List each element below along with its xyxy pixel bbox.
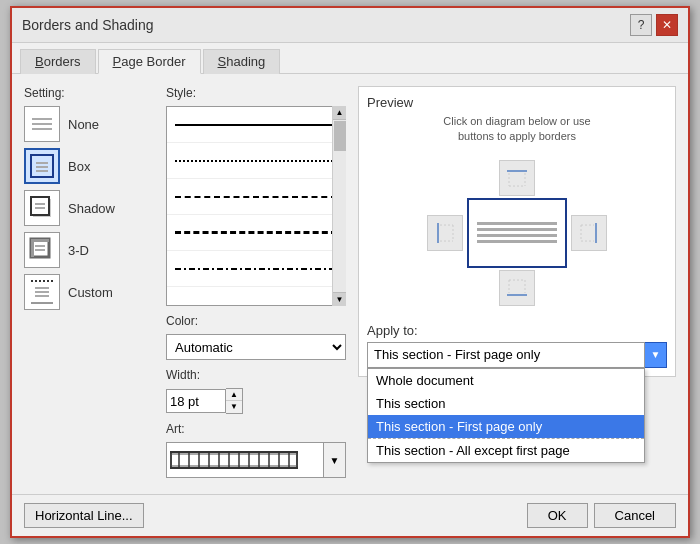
style-listbox[interactable] bbox=[166, 106, 346, 306]
ok-button[interactable]: OK bbox=[527, 503, 588, 528]
setting-panel: Setting: None bbox=[24, 86, 154, 478]
setting-box-icon bbox=[24, 148, 60, 184]
title-buttons: ? ✕ bbox=[630, 14, 678, 36]
art-label: Art: bbox=[166, 422, 346, 436]
style-longdash[interactable] bbox=[167, 215, 345, 251]
color-section: Color: Automatic Black Red Blue bbox=[166, 314, 346, 360]
svg-rect-10 bbox=[35, 207, 45, 209]
style-dashed[interactable] bbox=[167, 179, 345, 215]
svg-rect-19 bbox=[35, 287, 49, 289]
spacer-tl bbox=[463, 160, 499, 196]
svg-rect-48 bbox=[507, 294, 527, 296]
art-select[interactable] bbox=[166, 442, 324, 478]
apply-input-row: ▼ bbox=[367, 342, 667, 368]
dotdash-line bbox=[175, 268, 337, 270]
svg-rect-8 bbox=[31, 197, 49, 215]
apply-dropdown-menu: Whole document This section This section… bbox=[367, 368, 645, 463]
style-dotdash[interactable] bbox=[167, 251, 345, 287]
left-border-btn[interactable] bbox=[427, 215, 463, 251]
right-border-icon bbox=[575, 219, 603, 247]
setting-box[interactable]: Box bbox=[24, 148, 154, 184]
bottom-bar: Horizontal Line... OK Cancel bbox=[12, 494, 688, 536]
apply-section: Apply to: ▼ Whole document This section … bbox=[367, 323, 667, 368]
bottom-border-area bbox=[463, 270, 571, 306]
cancel-button[interactable]: Cancel bbox=[594, 503, 676, 528]
width-input[interactable] bbox=[166, 389, 226, 413]
svg-rect-1 bbox=[32, 123, 52, 125]
preview-line-4 bbox=[477, 240, 557, 243]
width-input-wrap: ▲ ▼ bbox=[166, 388, 346, 414]
preview-section: Preview Click on diagram below or usebut… bbox=[358, 86, 676, 377]
svg-rect-21 bbox=[35, 295, 49, 297]
spacer-tr bbox=[535, 160, 571, 196]
right-border-btn[interactable] bbox=[571, 215, 607, 251]
style-dotted[interactable] bbox=[167, 143, 345, 179]
art-dropdown-btn[interactable]: ▼ bbox=[324, 442, 346, 478]
svg-rect-40 bbox=[437, 223, 439, 243]
shadow-icon-svg bbox=[28, 194, 56, 222]
preview-page[interactable] bbox=[467, 198, 567, 268]
3d-icon-svg bbox=[28, 236, 56, 264]
style-panel: Style: bbox=[166, 86, 346, 478]
custom-icon-svg bbox=[28, 278, 56, 306]
apply-option-whole[interactable]: Whole document bbox=[368, 369, 644, 392]
bottom-border-btn[interactable] bbox=[499, 270, 535, 306]
dialog-title: Borders and Shading bbox=[22, 17, 154, 33]
svg-rect-44 bbox=[595, 223, 597, 243]
left-border-icon bbox=[431, 219, 459, 247]
apply-option-allexcept[interactable]: This section - All except first page bbox=[368, 438, 644, 462]
top-border-btn[interactable] bbox=[499, 160, 535, 196]
tab-page-border[interactable]: Page Border bbox=[98, 49, 201, 74]
setting-custom-label: Custom bbox=[68, 285, 113, 300]
apply-option-section[interactable]: This section bbox=[368, 392, 644, 415]
close-button[interactable]: ✕ bbox=[656, 14, 678, 36]
tab-borders[interactable]: Borders bbox=[20, 49, 96, 74]
width-spin-down[interactable]: ▼ bbox=[226, 401, 242, 413]
svg-rect-9 bbox=[35, 203, 45, 205]
width-section: Width: ▲ ▼ bbox=[166, 368, 346, 414]
svg-rect-36 bbox=[507, 170, 527, 172]
preview-label: Preview bbox=[367, 95, 667, 110]
title-bar: Borders and Shading ? ✕ bbox=[12, 8, 688, 43]
tab-bar: Borders Page Border Shading bbox=[12, 43, 688, 74]
apply-select-input[interactable] bbox=[367, 342, 645, 368]
svg-rect-14 bbox=[35, 245, 45, 247]
preview-line-2 bbox=[477, 228, 557, 231]
borders-shading-dialog: Borders and Shading ? ✕ Borders Page Bor… bbox=[10, 6, 690, 538]
setting-3d-label: 3-D bbox=[68, 243, 89, 258]
width-spin-up[interactable]: ▲ bbox=[226, 389, 242, 401]
style-solid[interactable] bbox=[167, 107, 345, 143]
setting-items: None Box bbox=[24, 106, 154, 310]
setting-box-label: Box bbox=[68, 159, 90, 174]
svg-rect-13 bbox=[31, 239, 34, 257]
scroll-up-btn[interactable]: ▲ bbox=[333, 106, 346, 120]
title-bar-left: Borders and Shading bbox=[22, 17, 154, 33]
setting-3d[interactable]: 3-D bbox=[24, 232, 154, 268]
setting-shadow-icon bbox=[24, 190, 60, 226]
setting-none-label: None bbox=[68, 117, 99, 132]
apply-dropdown-btn[interactable]: ▼ bbox=[645, 342, 667, 368]
apply-option-first[interactable]: This section - First page only bbox=[368, 415, 644, 438]
spacer-bl bbox=[463, 270, 499, 306]
scroll-down-btn[interactable]: ▼ bbox=[333, 292, 346, 306]
box-icon-svg bbox=[28, 152, 56, 180]
setting-shadow[interactable]: Shadow bbox=[24, 190, 154, 226]
color-select[interactable]: Automatic Black Red Blue bbox=[166, 334, 346, 360]
svg-rect-2 bbox=[32, 128, 52, 130]
tab-shading[interactable]: Shading bbox=[203, 49, 281, 74]
horizontal-line-button[interactable]: Horizontal Line... bbox=[24, 503, 144, 528]
svg-rect-4 bbox=[36, 162, 48, 164]
dialog-content: Setting: None bbox=[12, 74, 688, 490]
top-border-icon bbox=[503, 164, 531, 192]
setting-3d-icon bbox=[24, 232, 60, 268]
action-buttons: OK Cancel bbox=[527, 503, 676, 528]
scroll-thumb[interactable] bbox=[334, 121, 346, 151]
help-button[interactable]: ? bbox=[630, 14, 652, 36]
setting-shadow-label: Shadow bbox=[68, 201, 115, 216]
apply-label: Apply to: bbox=[367, 323, 667, 338]
setting-none[interactable]: None bbox=[24, 106, 154, 142]
style-scrollbar[interactable]: ▲ ▼ bbox=[332, 106, 346, 306]
dotted-line bbox=[175, 160, 337, 162]
art-section: Art: bbox=[166, 422, 346, 478]
setting-custom[interactable]: Custom bbox=[24, 274, 154, 310]
